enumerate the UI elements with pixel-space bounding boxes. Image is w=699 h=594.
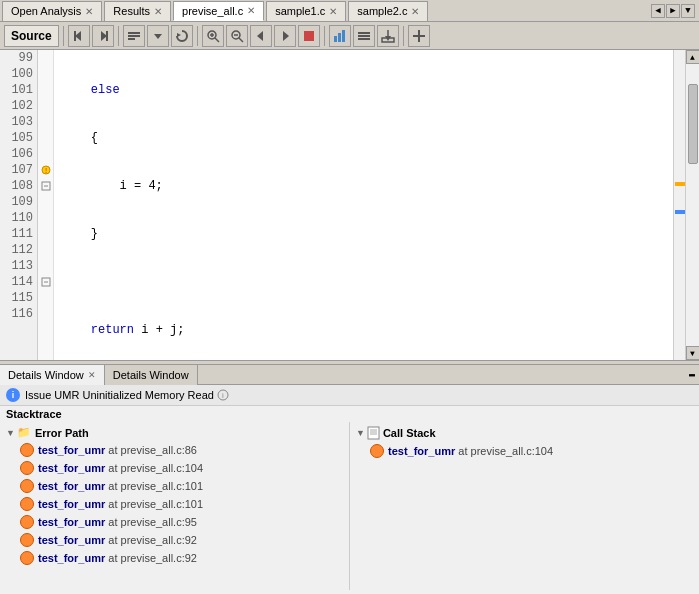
gutter-110 — [38, 210, 53, 226]
toolbar-btn-12[interactable] — [377, 25, 399, 47]
callstack-item-0[interactable]: test_for_umr at previse_all.c:104 — [350, 442, 699, 460]
ln-107: 107 — [0, 162, 33, 178]
ln-114: 114 — [0, 274, 33, 290]
code-gutter: ! — [38, 50, 54, 360]
ln-108: 108 — [0, 178, 33, 194]
tab-sample2[interactable]: sample2.c ✕ — [348, 1, 428, 21]
svg-rect-18 — [304, 31, 314, 41]
gutter-103 — [38, 114, 53, 130]
svg-rect-22 — [358, 32, 370, 34]
code-editor: 99 100 101 102 103 105 106 107 108 109 1… — [0, 50, 699, 360]
toolbar-btn-1[interactable] — [68, 25, 90, 47]
svg-rect-24 — [358, 38, 370, 40]
toolbar-btn-13[interactable] — [408, 25, 430, 47]
callstack-expand-icon[interactable]: ▼ — [356, 428, 365, 438]
tab-close-open-analysis[interactable]: ✕ — [85, 6, 93, 17]
issue-info-icon: i — [217, 389, 229, 401]
tab-label: Open Analysis — [11, 5, 81, 17]
toolbar-btn-7[interactable] — [250, 25, 272, 47]
line-numbers: 99 100 101 102 103 105 106 107 108 109 1… — [0, 50, 38, 360]
toolbar-btn-8[interactable] — [274, 25, 296, 47]
svg-rect-20 — [338, 33, 341, 42]
scroll-up-button[interactable]: ▲ — [686, 50, 700, 64]
stack-icon-1 — [20, 461, 34, 475]
code-line-101: i = 4; — [62, 178, 673, 194]
scrollbar-thumb[interactable] — [688, 84, 698, 164]
stack-item-2[interactable]: test_for_umr at previse_all.c:101 — [0, 477, 349, 495]
ln-102: 102 — [0, 98, 33, 114]
toolbar-btn-4[interactable] — [171, 25, 193, 47]
stack-item-5[interactable]: test_for_umr at previse_all.c:92 — [0, 531, 349, 549]
stack-item-0[interactable]: test_for_umr at previse_all.c:86 — [0, 441, 349, 459]
toolbar-separator-2 — [118, 26, 119, 46]
svg-rect-38 — [368, 427, 379, 439]
ln-112: 112 — [0, 242, 33, 258]
expand-icon[interactable]: ▼ — [6, 428, 15, 438]
ln-113: 113 — [0, 258, 33, 274]
toolbar-btn-11[interactable] — [353, 25, 375, 47]
forward-icon — [95, 28, 111, 44]
toolbar-btn-2[interactable] — [92, 25, 114, 47]
zoom-out-icon — [229, 28, 245, 44]
toolbar-btn-9[interactable] — [298, 25, 320, 47]
toolbar-btn-3[interactable] — [123, 25, 145, 47]
lines-icon — [356, 28, 372, 44]
details-tab-2[interactable]: Details Window — [105, 365, 198, 385]
svg-rect-5 — [128, 35, 140, 37]
tab-close-previse[interactable]: ✕ — [247, 5, 255, 16]
call-stack-header: ▼ Call Stack — [350, 424, 699, 442]
vertical-scrollbar[interactable]: ▲ ▼ — [685, 50, 699, 360]
tab-sample1[interactable]: sample1.c ✕ — [266, 1, 346, 21]
toolbar-btn-arrow[interactable] — [147, 25, 169, 47]
gutter-113 — [38, 258, 53, 274]
details-panel: Details Window ✕ Details Window ▬ i Issu… — [0, 365, 699, 590]
marker-blue — [675, 210, 685, 214]
details-minimize-button[interactable]: ▬ — [689, 369, 695, 380]
tab-open-analysis[interactable]: Open Analysis ✕ — [2, 1, 102, 21]
add-icon — [411, 28, 427, 44]
scroll-down-button[interactable]: ▼ — [686, 346, 700, 360]
prev-icon — [253, 28, 269, 44]
tab-scroll-right[interactable]: ▶ — [666, 4, 680, 18]
svg-line-14 — [239, 38, 243, 42]
dropdown-icon — [150, 28, 166, 44]
stack-item-6[interactable]: test_for_umr at previse_all.c:92 — [0, 549, 349, 567]
toolbar-separator-4 — [324, 26, 325, 46]
tab-dropdown[interactable]: ▼ — [681, 4, 695, 18]
error-path-header: ▼ 📁 Error Path — [0, 424, 349, 441]
ln-109: 109 — [0, 194, 33, 210]
source-button[interactable]: Source — [4, 25, 59, 47]
tab-results[interactable]: Results ✕ — [104, 1, 171, 21]
code-line-105: return i + j; — [62, 322, 673, 338]
details-tab-1-label: Details Window — [8, 369, 84, 381]
toolbar-btn-5[interactable] — [202, 25, 224, 47]
ln-106: 106 — [0, 146, 33, 162]
stack-item-4[interactable]: test_for_umr at previse_all.c:95 — [0, 513, 349, 531]
toolbar-btn-10[interactable] — [329, 25, 351, 47]
warning-icon: ! — [41, 165, 51, 175]
export-icon — [380, 28, 396, 44]
gutter-114 — [38, 274, 53, 290]
stack-item-1[interactable]: test_for_umr at previse_all.c:104 — [0, 459, 349, 477]
details-tab-1[interactable]: Details Window ✕ — [0, 365, 105, 385]
tab-close-sample1[interactable]: ✕ — [329, 6, 337, 17]
code-content[interactable]: else { i = 4; } return i + j; /*********… — [54, 50, 673, 360]
code-lines: else { i = 4; } return i + j; /*********… — [54, 50, 673, 360]
tab-previse-all[interactable]: previse_all.c ✕ — [173, 1, 264, 21]
svg-rect-23 — [358, 35, 370, 37]
stack-icon-6 — [20, 551, 34, 565]
svg-line-10 — [215, 38, 219, 42]
details-tab-1-close[interactable]: ✕ — [88, 370, 96, 380]
stack-item-3[interactable]: test_for_umr at previse_all.c:101 — [0, 495, 349, 513]
ln-99: 99 — [0, 50, 33, 66]
tab-close-sample2[interactable]: ✕ — [411, 6, 419, 17]
marker-strip — [673, 50, 685, 360]
code-line-103 — [62, 274, 673, 290]
svg-text:i: i — [222, 391, 224, 400]
tab-close-results[interactable]: ✕ — [154, 6, 162, 17]
toolbar-btn-6[interactable] — [226, 25, 248, 47]
tab-scroll-left[interactable]: ◀ — [651, 4, 665, 18]
marker-warning — [675, 182, 685, 186]
stack-icon-0 — [20, 443, 34, 457]
gutter-100 — [38, 66, 53, 82]
